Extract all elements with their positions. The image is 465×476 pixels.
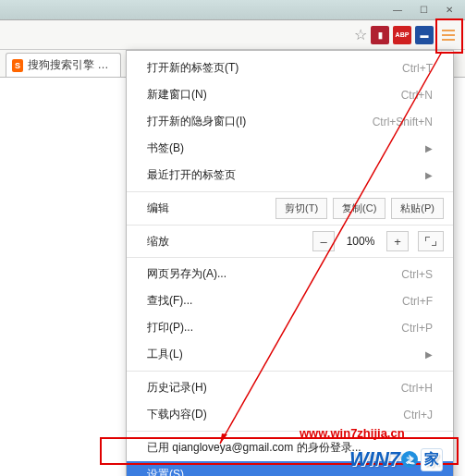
chrome-menu-button[interactable]: [437, 24, 459, 46]
menu-print[interactable]: 打印(P)... Ctrl+P: [127, 314, 453, 341]
zoom-out-button[interactable]: –: [312, 231, 335, 251]
browser-toolbar: ☆ ▮ ABP ▬: [0, 20, 465, 50]
menu-zoom-row: 缩放 – 100% +: [127, 228, 453, 254]
window-titlebar: — ☐ ✕: [0, 0, 465, 20]
menu-zoom-label: 缩放: [147, 234, 307, 250]
menu-edit-label: 编辑: [147, 201, 270, 216]
tab-title: 搜狗搜索引擎 - 上...: [28, 57, 111, 73]
logo-dot-icon: 之: [401, 451, 418, 468]
annotation-win7-logo: WIN7之家: [349, 447, 443, 471]
zoom-value: 100%: [340, 235, 381, 248]
menu-downloads[interactable]: 下载内容(D) Ctrl+J: [127, 401, 453, 428]
chevron-right-icon: ▶: [425, 143, 433, 153]
menu-separator: [127, 191, 453, 192]
fullscreen-button[interactable]: [418, 231, 444, 251]
fullscreen-icon: [425, 237, 436, 246]
chevron-right-icon: ▶: [425, 349, 433, 360]
menu-recent-tabs[interactable]: 最近打开的标签页 ▶: [127, 162, 453, 189]
menu-separator: [127, 371, 453, 372]
menu-edit-row: 编辑 剪切(T) 复制(C) 粘贴(P): [127, 195, 453, 222]
menu-new-window[interactable]: 新建窗口(N) Ctrl+N: [127, 81, 453, 108]
menu-incognito[interactable]: 打开新的隐身窗口(I) Ctrl+Shift+N: [127, 108, 453, 135]
window-close-button[interactable]: ✕: [437, 3, 461, 18]
chrome-menu-dropdown: 打开新的标签页(T) Ctrl+T 新建窗口(N) Ctrl+N 打开新的隐身窗…: [126, 50, 454, 476]
menu-paste-button[interactable]: 粘贴(P): [391, 198, 444, 219]
menu-separator: [127, 225, 453, 226]
tab-favicon: S: [12, 59, 23, 72]
menu-find[interactable]: 查找(F)... Ctrl+F: [127, 287, 453, 314]
menu-cut-button[interactable]: 剪切(T): [275, 198, 327, 219]
menu-save-as[interactable]: 网页另存为(A)... Ctrl+S: [127, 261, 453, 287]
menu-tools[interactable]: 工具(L) ▶: [127, 341, 453, 368]
menu-copy-button[interactable]: 复制(C): [333, 198, 385, 219]
window-maximize-button[interactable]: ☐: [411, 3, 435, 18]
zoom-in-button[interactable]: +: [386, 231, 409, 251]
menu-new-tab[interactable]: 打开新的标签页(T) Ctrl+T: [127, 55, 453, 81]
menu-history[interactable]: 历史记录(H) Ctrl+H: [127, 374, 453, 401]
browser-tab[interactable]: S 搜狗搜索引擎 - 上...: [6, 53, 121, 77]
extension-icon-1[interactable]: ▮: [371, 26, 389, 44]
menu-bookmarks[interactable]: 书签(B) ▶: [127, 135, 453, 162]
window-minimize-button[interactable]: —: [385, 3, 410, 18]
extension-abp-icon[interactable]: ABP: [393, 26, 411, 44]
chevron-right-icon: ▶: [425, 170, 433, 180]
menu-separator: [127, 257, 453, 258]
extension-icon-3[interactable]: ▬: [415, 26, 434, 44]
annotation-url-text: www.win7zhijia.cn: [300, 426, 405, 440]
bookmark-star-icon[interactable]: ☆: [354, 26, 367, 43]
